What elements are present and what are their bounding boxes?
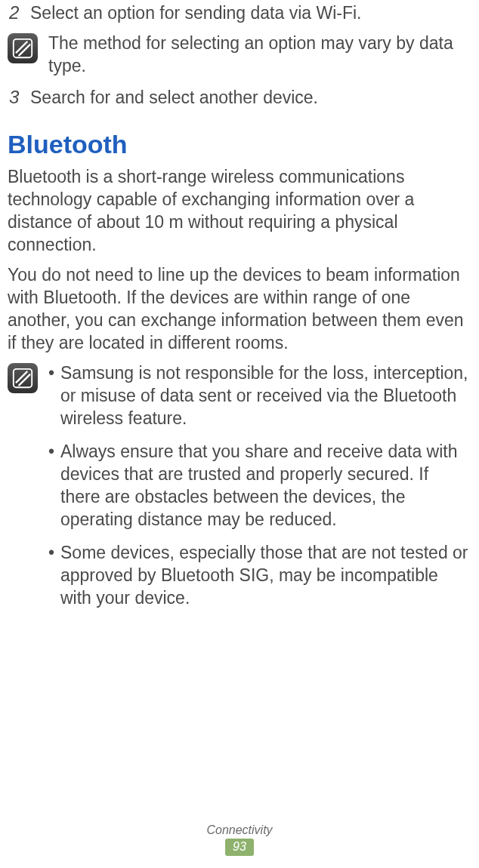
heading-bluetooth: Bluetooth bbox=[8, 130, 471, 159]
list-item: • Always ensure that you share and recei… bbox=[48, 440, 471, 531]
svg-rect-3 bbox=[14, 369, 32, 387]
bullet-text: Always ensure that you share and receive… bbox=[60, 440, 471, 531]
note-list: • Samsung is not responsible for the los… bbox=[8, 362, 471, 620]
bullet-text: Samsung is not responsible for the loss,… bbox=[60, 362, 471, 429]
paragraph: Bluetooth is a short-range wireless comm… bbox=[8, 165, 471, 256]
note-list-body: • Samsung is not responsible for the los… bbox=[48, 362, 471, 620]
note-block: The method for selecting an option may v… bbox=[8, 32, 471, 77]
step-3: 3 Search for and select another device. bbox=[8, 86, 471, 109]
list-item: • Samsung is not responsible for the los… bbox=[48, 362, 471, 429]
bullet-icon: • bbox=[48, 362, 60, 384]
list-item: • Some devices, especially those that ar… bbox=[48, 541, 471, 609]
step-2: 2 Select an option for sending data via … bbox=[8, 2, 471, 24]
page: 2 Select an option for sending data via … bbox=[0, 2, 479, 868]
step-number: 3 bbox=[8, 86, 30, 109]
note-text: The method for selecting an option may v… bbox=[48, 32, 471, 77]
paragraph: You do not need to line up the devices t… bbox=[8, 263, 471, 354]
section-label: Connectivity bbox=[0, 823, 479, 837]
bullet-text: Some devices, especially those that are … bbox=[60, 541, 471, 609]
svg-line-4 bbox=[17, 372, 27, 383]
note-icon bbox=[8, 363, 38, 393]
bullet-icon: • bbox=[48, 541, 60, 564]
svg-line-5 bbox=[19, 374, 29, 385]
svg-rect-0 bbox=[14, 39, 32, 57]
svg-line-1 bbox=[17, 42, 27, 53]
step-text: Search for and select another device. bbox=[30, 86, 471, 109]
svg-line-2 bbox=[19, 45, 29, 55]
footer: Connectivity 93 bbox=[0, 823, 479, 856]
page-number-badge: 93 bbox=[225, 839, 254, 856]
step-number: 2 bbox=[8, 2, 30, 24]
step-text: Select an option for sending data via Wi… bbox=[30, 2, 471, 24]
bullet-icon: • bbox=[48, 440, 60, 463]
note-icon bbox=[8, 33, 38, 63]
